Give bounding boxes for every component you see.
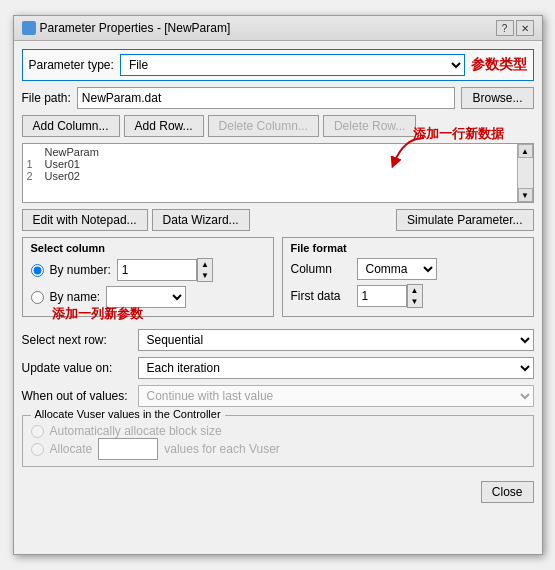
file-format-section: File format Column Comma First data 1 ▲ …	[282, 237, 534, 317]
update-value-select[interactable]: Each iteration Each occurrence Once	[138, 357, 534, 379]
help-button[interactable]: ?	[496, 20, 514, 36]
edit-notepad-button[interactable]: Edit with Notepad...	[22, 209, 148, 231]
preview-data-row-2: 2 User02	[27, 170, 529, 182]
add-column-button[interactable]: Add Column...	[22, 115, 120, 137]
by-name-label: By name:	[50, 290, 101, 304]
by-number-down[interactable]: ▼	[198, 270, 212, 281]
edit-left-buttons: Edit with Notepad... Data Wizard...	[22, 209, 250, 231]
by-number-spin: 1 ▲ ▼	[117, 258, 213, 282]
first-data-input[interactable]: 1	[357, 285, 407, 307]
first-data-spinners: ▲ ▼	[407, 284, 423, 308]
by-name-radio[interactable]	[31, 291, 44, 304]
file-path-label: File path:	[22, 91, 71, 105]
close-button[interactable]: Close	[481, 481, 534, 503]
dialog-icon	[22, 21, 36, 35]
close-window-button[interactable]: ✕	[516, 20, 534, 36]
preview-header-row: NewParam	[27, 146, 529, 158]
preview-content: NewParam 1 User01 2 User02	[23, 144, 533, 184]
browse-button[interactable]: Browse...	[461, 87, 533, 109]
title-bar: Parameter Properties - [NewParam] ? ✕	[14, 16, 542, 41]
first-data-label: First data	[291, 289, 351, 303]
delete-column-button[interactable]: Delete Column...	[208, 115, 319, 137]
manual-allocate-label: Allocate	[50, 442, 93, 456]
scroll-up-arrow[interactable]: ▲	[518, 144, 533, 158]
file-path-input[interactable]: NewParam.dat	[77, 87, 456, 109]
select-next-row-row: Select next row: Sequential Random Uniqu…	[22, 329, 534, 351]
by-number-radio[interactable]	[31, 264, 44, 277]
first-data-spin: 1 ▲ ▼	[357, 284, 423, 308]
file-format-title: File format	[291, 242, 525, 254]
by-number-label: By number:	[50, 263, 111, 277]
param-type-label: Parameter type:	[29, 58, 114, 72]
manual-allocate-radio	[31, 443, 44, 456]
param-type-annotation: 参数类型	[471, 56, 527, 74]
action-buttons: Add Column... Add Row... Delete Column..…	[22, 115, 534, 137]
column-radio-group: By number: 1 ▲ ▼ By name:	[31, 258, 265, 308]
bottom-bar: Close	[14, 475, 542, 509]
edit-buttons-row: Edit with Notepad... Data Wizard... Simu…	[22, 209, 534, 231]
select-column-title: Select column	[31, 242, 265, 254]
by-number-up[interactable]: ▲	[198, 259, 212, 270]
file-path-row: File path: NewParam.dat Browse...	[22, 87, 534, 109]
preview-scrollbar[interactable]: ▲ ▼	[517, 144, 533, 202]
by-number-spinners: ▲ ▼	[197, 258, 213, 282]
preview-wrapper: NewParam 1 User01 2 User02 ▲ ▼	[22, 143, 534, 203]
auto-allocate-row: Automatically allocate block size	[31, 424, 525, 438]
first-data-down[interactable]: ▼	[408, 296, 422, 307]
add-row-button[interactable]: Add Row...	[124, 115, 204, 137]
window-controls: ? ✕	[496, 20, 534, 36]
title-bar-left: Parameter Properties - [NewParam]	[22, 21, 231, 35]
select-next-row-select[interactable]: Sequential Random Unique	[138, 329, 534, 351]
select-next-row-label: Select next row:	[22, 333, 132, 347]
by-number-input[interactable]: 1	[117, 259, 197, 281]
param-type-row: Parameter type: File 参数类型	[22, 49, 534, 81]
when-out-select[interactable]: Continue with last value	[138, 385, 534, 407]
allocate-groupbox: Allocate Vuser values in the Controller …	[22, 415, 534, 467]
param-type-select[interactable]: File	[120, 54, 465, 76]
dialog-content: Parameter type: File 参数类型 File path: New…	[14, 41, 542, 475]
preview-header: NewParam	[45, 146, 99, 158]
first-data-row: First data 1 ▲ ▼	[291, 284, 525, 308]
when-out-label: When out of values:	[22, 389, 132, 403]
allocate-group-title: Allocate Vuser values in the Controller	[31, 408, 225, 420]
first-data-up[interactable]: ▲	[408, 285, 422, 296]
allocate-suffix: values for each Vuser	[164, 442, 280, 456]
add-column-annotation: 添加一列新参数	[52, 305, 143, 323]
scroll-down-arrow[interactable]: ▼	[518, 188, 533, 202]
preview-panel: NewParam 1 User01 2 User02 ▲ ▼	[22, 143, 534, 203]
when-out-row: When out of values: Continue with last v…	[22, 385, 534, 407]
auto-allocate-label: Automatically allocate block size	[50, 424, 222, 438]
column-format-select[interactable]: Comma	[357, 258, 437, 280]
dialog-title: Parameter Properties - [NewParam]	[40, 21, 231, 35]
allocate-input	[98, 438, 158, 460]
preview-data-row-1: 1 User01	[27, 158, 529, 170]
column-format-label: Column	[291, 262, 351, 276]
auto-allocate-radio	[31, 425, 44, 438]
simulate-button[interactable]: Simulate Parameter...	[396, 209, 533, 231]
update-value-row: Update value on: Each iteration Each occ…	[22, 357, 534, 379]
data-wizard-button[interactable]: Data Wizard...	[152, 209, 250, 231]
dialog-window: Parameter Properties - [NewParam] ? ✕ Pa…	[13, 15, 543, 555]
by-number-row: By number: 1 ▲ ▼	[31, 258, 265, 282]
update-value-label: Update value on:	[22, 361, 132, 375]
column-format-row: Column Comma	[291, 258, 525, 280]
manual-allocate-row: Allocate values for each Vuser	[31, 438, 525, 460]
delete-row-button[interactable]: Delete Row...	[323, 115, 416, 137]
